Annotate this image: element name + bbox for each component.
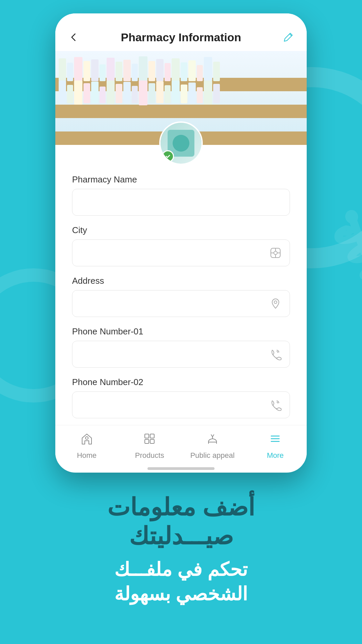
city-input[interactable] xyxy=(80,248,269,258)
bottom-nav: Home Products xyxy=(55,425,307,463)
nav-item-public-appeal[interactable]: Public appeal xyxy=(181,432,244,460)
back-button[interactable] xyxy=(65,29,82,46)
arabic-section: أضف معلومات صيـــدليتك تحكم في ملفـــك ا… xyxy=(0,473,362,620)
pharmacy-name-field[interactable] xyxy=(72,189,290,216)
phone1-field[interactable] xyxy=(72,341,290,368)
nav-item-more[interactable]: More xyxy=(244,432,307,460)
nav-products-label: Products xyxy=(135,451,164,460)
pharmacy-name-input[interactable] xyxy=(80,197,282,208)
svg-point-1 xyxy=(274,251,277,255)
svg-rect-9 xyxy=(150,434,154,438)
phone2-input[interactable] xyxy=(80,399,269,410)
phone1-icon xyxy=(269,348,282,360)
arabic-title: أضف معلومات صيـــدليتك xyxy=(27,493,335,551)
location-icon xyxy=(269,247,282,259)
status-bar xyxy=(55,13,307,25)
nav-public-appeal-label: Public appeal xyxy=(190,451,235,460)
more-icon xyxy=(268,432,282,448)
phone2-field[interactable] xyxy=(72,391,290,418)
nav-item-products[interactable]: Products xyxy=(118,432,181,460)
page-title: Pharmacy Information xyxy=(121,31,241,44)
home-icon xyxy=(80,432,94,448)
address-label: Address xyxy=(72,276,290,286)
svg-rect-11 xyxy=(150,439,154,443)
svg-point-6 xyxy=(274,301,277,304)
svg-rect-8 xyxy=(145,434,149,438)
edit-button[interactable] xyxy=(280,29,297,46)
home-indicator xyxy=(55,463,307,473)
arabic-subtitle: تحكم في ملفـــك الشخصي بسهولة xyxy=(27,557,335,606)
phone1-input[interactable] xyxy=(80,349,269,360)
pharmacy-name-label: Pharmacy Name xyxy=(72,174,290,185)
city-label: City xyxy=(72,225,290,235)
phone-mockup: Pharmacy Information xyxy=(55,13,307,473)
address-field[interactable] xyxy=(72,290,290,317)
phone2-icon xyxy=(269,399,282,411)
verified-badge xyxy=(162,150,174,162)
nav-more-label: More xyxy=(267,451,284,460)
form: Pharmacy Name City xyxy=(55,174,307,425)
svg-point-7 xyxy=(85,437,88,439)
avatar[interactable] xyxy=(159,121,203,165)
nav-home-label: Home xyxy=(77,451,97,460)
nav-item-home[interactable]: Home xyxy=(55,432,118,460)
pin-icon xyxy=(269,298,282,310)
svg-rect-10 xyxy=(145,439,149,443)
address-input[interactable] xyxy=(80,298,269,309)
products-icon xyxy=(143,432,156,448)
header: Pharmacy Information xyxy=(55,25,307,51)
phone2-label: Phone Number-02 xyxy=(72,377,290,387)
public-appeal-icon xyxy=(206,432,219,448)
city-field[interactable] xyxy=(72,239,290,266)
phone1-label: Phone Number-01 xyxy=(72,326,290,337)
